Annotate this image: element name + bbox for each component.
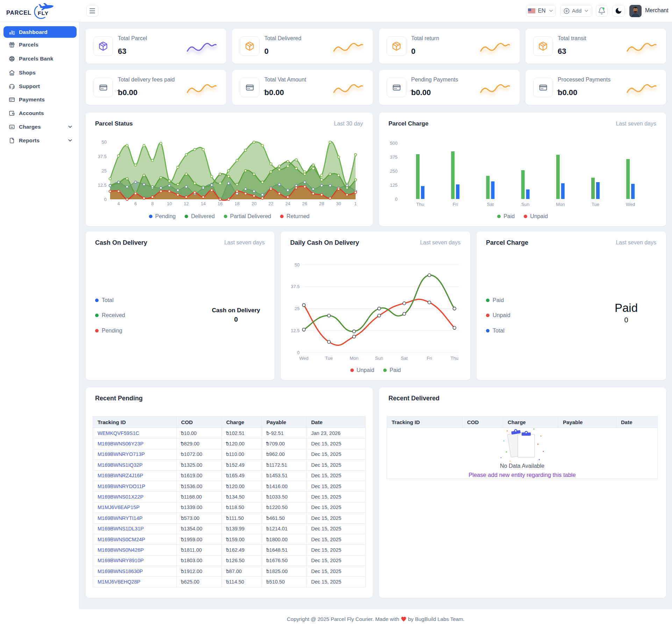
svg-text:10: 10 [167, 201, 172, 206]
svg-text:28: 28 [319, 201, 324, 206]
svg-text:25: 25 [102, 168, 107, 173]
svg-text:37.5: 37.5 [98, 154, 107, 159]
svg-text:6: 6 [134, 201, 137, 206]
svg-text:Fri: Fri [453, 202, 458, 207]
svg-text:500: 500 [390, 141, 398, 146]
svg-text:30: 30 [336, 201, 341, 206]
svg-text:1: 1 [354, 201, 357, 206]
svg-text:14: 14 [201, 201, 206, 206]
svg-text:Sun: Sun [521, 202, 529, 207]
svg-text:50: 50 [295, 262, 300, 267]
svg-text:16: 16 [217, 201, 222, 206]
svg-text:0: 0 [395, 196, 398, 202]
svg-text:FLY: FLY [38, 10, 49, 16]
svg-text:250: 250 [390, 169, 398, 174]
svg-text:Mon: Mon [350, 356, 358, 361]
svg-text:8: 8 [151, 201, 153, 206]
svg-text:0: 0 [297, 350, 300, 355]
svg-text:Sat: Sat [487, 202, 494, 207]
svg-text:20: 20 [251, 201, 256, 206]
svg-text:12: 12 [184, 201, 189, 206]
svg-text:4: 4 [117, 201, 120, 206]
svg-text:12.5: 12.5 [291, 328, 300, 333]
svg-text:25: 25 [295, 306, 300, 311]
svg-text:Thu: Thu [416, 202, 424, 207]
svg-text:Sun: Sun [375, 356, 383, 361]
svg-text:Thu: Thu [451, 356, 458, 361]
svg-text:125: 125 [390, 183, 398, 188]
svg-text:375: 375 [390, 155, 398, 160]
svg-text:Fri: Fri [427, 356, 432, 361]
svg-text:12.5: 12.5 [98, 183, 107, 188]
svg-text:24: 24 [285, 201, 290, 206]
svg-text:37.5: 37.5 [291, 284, 300, 289]
svg-text:0: 0 [104, 197, 107, 202]
svg-text:Sat: Sat [401, 356, 408, 361]
svg-text:22: 22 [269, 201, 273, 206]
svg-text:18: 18 [235, 201, 240, 206]
svg-text:Wed: Wed [626, 202, 635, 207]
svg-text:Mon: Mon [556, 202, 565, 207]
svg-text:Tue: Tue [325, 356, 333, 361]
svg-text:Wed: Wed [299, 356, 309, 361]
svg-text:50: 50 [102, 140, 107, 145]
svg-text:26: 26 [302, 201, 307, 206]
svg-text:PARCEL: PARCEL [6, 9, 31, 16]
svg-text:Tue: Tue [592, 202, 599, 207]
